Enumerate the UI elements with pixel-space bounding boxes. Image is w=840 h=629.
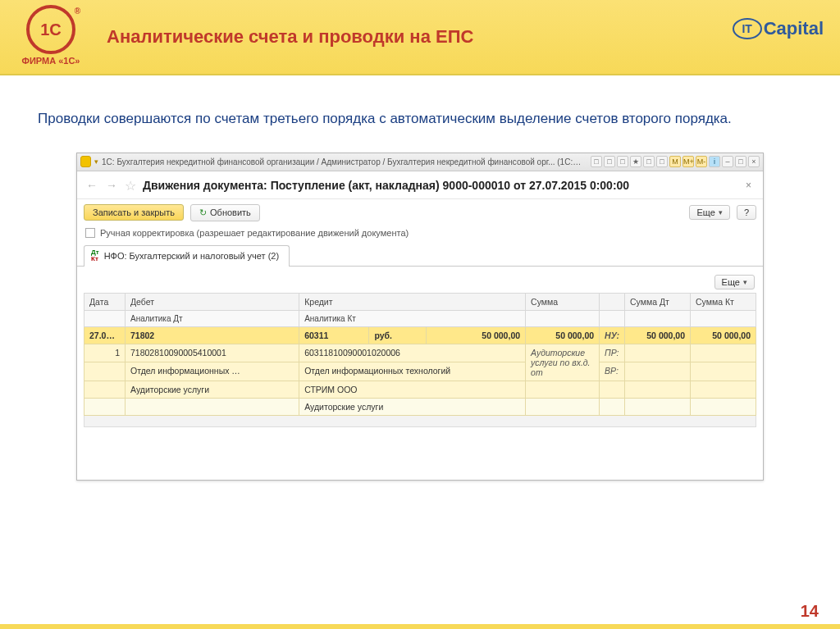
col-credit[interactable]: Кредит xyxy=(299,293,526,310)
grid-area: Еще ▾ Дата Дебет Кредит Сумма Сумма Дт С… xyxy=(77,267,763,480)
tb-btn-mplus[interactable]: M+ xyxy=(682,156,694,167)
logo-1c-reg: ® xyxy=(75,7,80,16)
manual-correction-checkbox[interactable] xyxy=(85,228,95,238)
tab-accounting[interactable]: ДтКт НФО: Бухгалтерский и налоговый учет… xyxy=(84,245,290,267)
cell-credit-an4: Аудиторские услуги xyxy=(299,398,526,415)
grid-toolbar: Еще ▾ xyxy=(84,271,756,293)
app-icon xyxy=(80,156,91,167)
tb-btn-m[interactable]: M xyxy=(669,156,681,167)
slide-title: Аналитические счета и проводки на ЕПС xyxy=(107,26,473,48)
tab-accounting-label: НФО: Бухгалтерский и налоговый учет (2) xyxy=(104,251,279,261)
window-close[interactable]: × xyxy=(748,156,760,167)
table-row[interactable]: 27.0… 71802 60311 руб. 50 000,00 50 000,… xyxy=(84,326,756,344)
more-button[interactable]: Еще ▾ xyxy=(689,205,729,220)
cell-debit-an1: 71802810090005410001 xyxy=(126,344,299,362)
logo-it-cap: Capital xyxy=(764,18,824,39)
chevron-down-icon: ▾ xyxy=(743,278,747,286)
slide-header: Аналитические счета и проводки на ЕПС xyxy=(0,0,840,75)
refresh-icon: ↻ xyxy=(199,207,207,218)
col-debit[interactable]: Дебет xyxy=(126,293,299,310)
cell-sum-dt: 50 000,00 xyxy=(625,326,691,344)
grid-more-label: Еще xyxy=(722,277,740,287)
refresh-label: Обновить xyxy=(210,207,251,217)
document-close-icon[interactable]: × xyxy=(746,180,751,191)
cell-nu-label: НУ: xyxy=(600,326,625,344)
cell-debit-an3: Аудиторские услуги xyxy=(126,381,299,398)
logo-1c-circle: 1C ® xyxy=(26,5,75,54)
col-an-dt: Аналитика Дт xyxy=(126,310,299,326)
tb-btn-5[interactable]: □ xyxy=(643,156,655,167)
more-label: Еще xyxy=(696,207,714,217)
postings-grid[interactable]: Дата Дебет Кредит Сумма Сумма Дт Сумма К… xyxy=(84,293,756,416)
titlebar-tool-group: □ □ □ ★ □ □ M M+ M- i – □ × xyxy=(591,156,760,167)
cell-row-n: 1 xyxy=(84,344,126,362)
logo-1c-text: 1C xyxy=(40,21,62,39)
window-title: 1C: Бухгалтерия некредитной финансовой о… xyxy=(102,157,584,166)
col-tag xyxy=(600,293,625,310)
table-row[interactable]: 1 71802810090005410001 60311810090001020… xyxy=(84,344,756,362)
table-row[interactable]: Аудиторские услуги xyxy=(84,398,756,415)
debit-credit-icon: ДтКт xyxy=(91,249,99,262)
nav-forward-icon[interactable]: → xyxy=(105,179,118,192)
logo-1c-firm: ФИРМА «1С» xyxy=(22,56,80,66)
cell-credit-an1: 60311810090001020006 xyxy=(299,344,526,362)
document-title: Движения документа: Поступление (акт, на… xyxy=(143,179,629,192)
tb-btn-2[interactable]: □ xyxy=(604,156,615,167)
slide-footer-bar xyxy=(0,624,840,629)
cell-amount-1: 50 000,00 xyxy=(427,326,526,344)
page-number: 14 xyxy=(801,602,819,621)
cell-credit-acc: 60311 xyxy=(299,326,369,344)
help-button[interactable]: ? xyxy=(737,205,756,220)
manual-correction-row: Ручная корректировка (разрешает редактир… xyxy=(77,226,763,244)
slide-body: Проводки совершаются по счетам третьего … xyxy=(0,75,840,481)
tabstrip: ДтКт НФО: Бухгалтерский и налоговый учет… xyxy=(77,244,763,267)
refresh-button[interactable]: ↻ Обновить xyxy=(190,204,260,221)
cell-amount-2: 50 000,00 xyxy=(526,326,600,344)
chevron-down-icon: ▾ xyxy=(719,208,723,217)
cell-sum-kt: 50 000,00 xyxy=(691,326,756,344)
tb-btn-6[interactable]: □ xyxy=(656,156,668,167)
grid-header-row-1: Дата Дебет Кредит Сумма Сумма Дт Сумма К… xyxy=(84,293,756,310)
cell-debit-acc: 71802 xyxy=(126,326,299,344)
horizontal-scrollbar[interactable] xyxy=(84,416,756,427)
col-sum[interactable]: Сумма xyxy=(526,293,600,310)
logo-it-oval: IT xyxy=(733,18,762,39)
col-sum-dt[interactable]: Сумма Дт xyxy=(625,293,691,310)
grid-header-row-2: Аналитика Дт Аналитика Кт xyxy=(84,310,756,326)
cell-credit-an2: Отдел информационных технологий xyxy=(299,362,526,381)
window-nav-dropdown-icon[interactable]: ▾ xyxy=(94,157,98,166)
cell-pr-label: ПР: xyxy=(600,344,625,362)
save-close-button[interactable]: Записать и закрыть xyxy=(84,204,184,221)
window-maximize[interactable]: □ xyxy=(735,156,746,167)
col-date[interactable]: Дата xyxy=(84,293,126,310)
cell-vr-label: ВР: xyxy=(600,362,625,381)
tb-btn-info[interactable]: i xyxy=(709,156,720,167)
favorite-star-icon[interactable]: ☆ xyxy=(125,178,136,194)
document-toolbar: Записать и закрыть ↻ Обновить Еще ▾ ? xyxy=(77,199,763,226)
manual-correction-label: Ручная корректировка (разрешает редактир… xyxy=(100,228,409,238)
table-row[interactable]: Отдел информационных … Отдел информацион… xyxy=(84,362,756,381)
logo-itcapital: IT Capital xyxy=(733,18,824,39)
col-sum-kt[interactable]: Сумма Кт xyxy=(691,293,756,310)
window-titlebar: ▾ 1C: Бухгалтерия некредитной финансовой… xyxy=(77,153,763,171)
col-an-kt: Аналитика Кт xyxy=(299,310,526,326)
app-window: ▾ 1C: Бухгалтерия некредитной финансовой… xyxy=(76,153,764,481)
window-minimize[interactable]: – xyxy=(722,156,733,167)
slide-description: Проводки совершаются по счетам третьего … xyxy=(38,108,802,130)
document-header: ← → ☆ Движения документа: Поступление (а… xyxy=(77,171,763,199)
tb-btn-1[interactable]: □ xyxy=(591,156,602,167)
table-row[interactable]: Аудиторские услуги СТРИМ ООО xyxy=(84,381,756,398)
cell-desc: Аудиторские услуги по вх.д. от xyxy=(526,344,600,381)
tb-btn-fav[interactable]: ★ xyxy=(630,156,641,167)
cell-debit-an2: Отдел информационных … xyxy=(126,362,299,381)
cell-currency: руб. xyxy=(369,326,427,344)
cell-credit-an3: СТРИМ ООО xyxy=(299,381,526,398)
nav-back-icon[interactable]: ← xyxy=(85,179,98,192)
logo-1c: 1C ® ФИРМА «1С» xyxy=(7,5,95,69)
grid-more-button[interactable]: Еще ▾ xyxy=(714,275,755,289)
cell-date: 27.0… xyxy=(84,326,126,344)
tb-btn-mminus[interactable]: M- xyxy=(696,156,707,167)
tb-btn-3[interactable]: □ xyxy=(617,156,628,167)
